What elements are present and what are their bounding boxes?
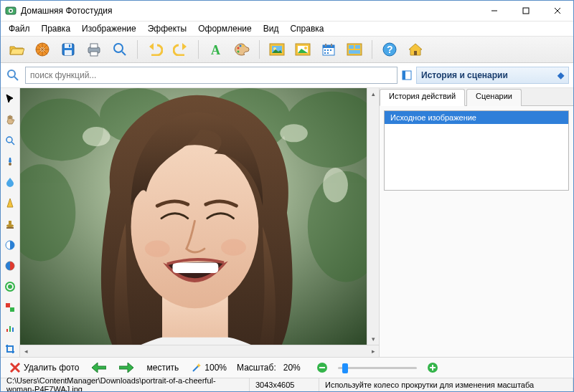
svg-rect-58: [6, 227, 14, 229]
tool-replace-color[interactable]: [2, 300, 18, 315]
search-icon: [5, 67, 21, 83]
svg-rect-63: [6, 303, 10, 307]
svg-rect-18: [90, 44, 98, 48]
calendar-button[interactable]: [317, 38, 340, 61]
svg-rect-4: [523, 8, 529, 14]
svg-text:A: A: [211, 43, 220, 57]
svg-point-62: [8, 285, 12, 289]
bottom-toolbar: Удалить фото местить 100% Масштаб: 20%: [1, 357, 573, 378]
palette-button[interactable]: [230, 38, 253, 61]
scale-label: Масштаб:: [237, 363, 276, 373]
home-button[interactable]: [404, 38, 427, 61]
scroll-down-icon[interactable]: ▾: [367, 333, 379, 345]
tool-contrast[interactable]: [2, 237, 18, 252]
zoom-button[interactable]: [108, 38, 131, 61]
svg-rect-14: [65, 44, 72, 48]
history-panel: История действий Сценарии Исходное изобр…: [379, 88, 573, 357]
history-item[interactable]: Исходное изображение: [385, 111, 568, 124]
delete-icon: [9, 362, 21, 373]
history-panel-title: История и сценарии: [421, 70, 508, 80]
tool-hue[interactable]: [2, 279, 18, 294]
svg-rect-44: [355, 45, 360, 49]
svg-point-49: [8, 70, 15, 77]
collage-button[interactable]: [343, 38, 366, 61]
svg-point-57: [6, 224, 14, 227]
history-panel-header: История и сценарии ◆: [416, 67, 569, 84]
menu-effects[interactable]: Эффекты: [143, 22, 192, 35]
fit-label: местить: [146, 363, 179, 373]
fit-button[interactable]: местить: [144, 361, 182, 374]
menu-decoration[interactable]: Оформление: [193, 22, 256, 35]
svg-rect-87: [319, 367, 325, 368]
window-maximize-button[interactable]: [510, 1, 542, 21]
window-minimize-button[interactable]: [479, 1, 510, 21]
zoom-slider[interactable]: [338, 365, 417, 371]
window-close-button[interactable]: [542, 1, 573, 21]
tool-crop[interactable]: [2, 342, 18, 357]
tool-levels[interactable]: [2, 321, 18, 336]
svg-point-81: [145, 241, 170, 257]
app-icon: [5, 5, 17, 16]
status-dimensions: 3043x4605: [250, 378, 319, 391]
svg-line-85: [193, 365, 199, 371]
svg-rect-38: [324, 52, 326, 54]
canvas-vertical-scrollbar[interactable]: ▴ ▾: [367, 88, 379, 345]
svg-point-23: [237, 47, 240, 49]
history-list[interactable]: Исходное изображение: [384, 110, 569, 191]
scroll-left-icon[interactable]: ◂: [20, 345, 32, 357]
delete-photo-label: Удалить фото: [24, 363, 79, 373]
zoom-out-button[interactable]: [314, 360, 331, 375]
scroll-right-icon[interactable]: ▸: [367, 345, 379, 357]
undo-button[interactable]: [144, 38, 166, 61]
open-button[interactable]: [5, 38, 28, 61]
menu-edit[interactable]: Правка: [37, 22, 76, 35]
menu-file[interactable]: Файл: [4, 22, 35, 35]
canvas-horizontal-scrollbar[interactable]: ◂ ▸: [20, 345, 379, 357]
image-canvas[interactable]: [20, 88, 367, 345]
svg-rect-39: [327, 52, 329, 54]
svg-rect-52: [403, 71, 405, 80]
svg-rect-34: [323, 45, 334, 48]
catalog-button[interactable]: [31, 38, 54, 61]
menu-image[interactable]: Изображение: [77, 22, 141, 35]
svg-line-21: [122, 52, 126, 55]
search-input[interactable]: [25, 67, 397, 84]
wand-icon: [192, 363, 202, 373]
svg-rect-35: [324, 49, 326, 51]
svg-rect-65: [6, 329, 8, 332]
text-button[interactable]: A: [204, 38, 227, 61]
svg-rect-37: [330, 49, 331, 51]
next-photo-button[interactable]: [116, 361, 136, 374]
svg-rect-66: [9, 326, 11, 332]
tool-zoom[interactable]: [2, 133, 18, 148]
frame2-button[interactable]: [291, 38, 314, 61]
svg-rect-45: [349, 50, 360, 54]
svg-rect-36: [327, 49, 329, 51]
zoom-100-button[interactable]: 100%: [189, 361, 230, 374]
redo-button[interactable]: [169, 38, 192, 61]
tool-hand[interactable]: [2, 112, 18, 127]
tool-brush[interactable]: [2, 153, 18, 168]
tool-sharpen[interactable]: [2, 196, 18, 211]
scroll-up-icon[interactable]: ▴: [367, 88, 379, 100]
tab-history[interactable]: История действий: [380, 89, 465, 106]
svg-text:?: ?: [387, 44, 393, 55]
svg-point-25: [237, 51, 240, 53]
menu-view[interactable]: Вид: [258, 22, 284, 35]
tool-blur[interactable]: [2, 175, 18, 190]
panel-toggle-icon[interactable]: [402, 70, 412, 80]
status-filepath: C:\Users\ContentManager\Downloads\portra…: [1, 378, 250, 391]
print-button[interactable]: [83, 38, 105, 61]
prev-photo-button[interactable]: [89, 361, 109, 374]
pin-icon[interactable]: ◆: [557, 70, 564, 80]
save-button[interactable]: [57, 38, 80, 61]
delete-photo-button[interactable]: Удалить фото: [6, 360, 82, 375]
tab-scenarios[interactable]: Сценарии: [466, 89, 522, 106]
help-button[interactable]: ?: [378, 38, 401, 61]
zoom-in-button[interactable]: [424, 360, 441, 375]
frame1-button[interactable]: [265, 38, 288, 61]
tool-stamp[interactable]: [2, 216, 18, 231]
tool-pointer[interactable]: [2, 91, 18, 106]
menu-help[interactable]: Справка: [285, 22, 329, 35]
tool-saturation[interactable]: [2, 258, 18, 273]
